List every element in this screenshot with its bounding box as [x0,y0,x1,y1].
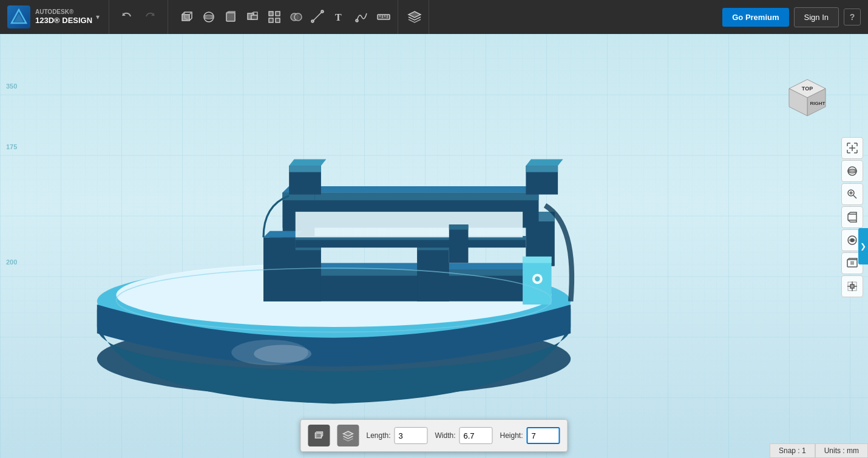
svg-rect-49 [523,257,551,263]
svg-rect-74 [848,214,856,220]
svg-text:RIGHT: RIGHT [810,101,826,106]
status-bar: Snap : 1 Units : mm [770,443,868,458]
svg-point-58 [254,345,311,363]
autodesk-logo-icon [7,5,30,29]
app-title: AUTODESK® 123D® DESIGN [35,8,92,26]
svg-rect-56 [449,224,469,229]
panel-collapse-handle[interactable]: ❯ [858,228,868,264]
svg-rect-10 [251,15,257,19]
orbit-button[interactable] [841,160,863,182]
main-toolbar: AUTODESK® 123D® DESIGN ▾ [0,0,868,34]
svg-rect-38 [289,166,321,172]
svg-rect-21 [378,15,390,19]
combine-tool-button[interactable] [286,7,307,27]
svg-point-20 [356,19,358,22]
3d-model [30,58,637,410]
logo-dropdown-icon[interactable]: ▾ [96,13,100,21]
axis-label-175: 175 [6,143,17,150]
modify-tool-button[interactable] [242,7,263,27]
svg-text:TOP: TOP [802,86,813,92]
object-icon-button[interactable] [308,425,330,446]
axis-label-350: 350 [6,83,17,90]
svg-rect-77 [847,260,857,267]
ruler-tool-button[interactable] [373,7,394,27]
units-status[interactable]: Units : mm [815,443,868,458]
length-input[interactable] [395,427,428,444]
dimension-panel: Length: Width: Height: [300,419,568,452]
svg-rect-81 [850,285,854,288]
svg-point-17 [311,20,314,22]
grid-snap-button[interactable] [841,275,863,297]
sign-in-button[interactable]: Sign In [794,7,839,27]
perspective-button[interactable] [841,206,863,228]
tool-groups: T [168,0,715,34]
right-actions-group: Go Premium Sign In ? [715,7,868,27]
svg-line-71 [853,195,856,198]
svg-rect-13 [269,18,273,22]
width-param: Width: [435,427,493,444]
fit-all-button[interactable] [841,137,863,159]
box-tool-button[interactable] [177,7,197,27]
primitive-tools-group: T [173,0,398,34]
transform-tool-button[interactable] [220,7,241,27]
layers-icon-button[interactable] [337,425,359,446]
layers-tool-button[interactable] [404,7,425,27]
zoom-button[interactable] [841,183,863,205]
undo-button[interactable] [117,8,136,25]
svg-point-18 [321,10,324,13]
svg-rect-12 [276,12,280,16]
redo-button[interactable] [141,8,160,25]
nav-cube[interactable]: TOP RIGHT [783,76,832,125]
text-tool-button[interactable]: T [330,7,350,27]
svg-rect-14 [276,18,280,22]
svg-rect-11 [269,12,273,16]
go-premium-button[interactable]: Go Premium [722,8,788,27]
svg-rect-8 [226,13,235,21]
pattern-tool-button[interactable] [264,7,285,27]
snap-status[interactable]: Snap : 1 [770,443,815,458]
height-input[interactable] [527,427,560,444]
svg-rect-54 [296,212,523,237]
svg-point-16 [294,13,302,21]
length-param: Length: [366,427,427,444]
width-label: Width: [435,431,456,440]
width-input[interactable] [459,427,493,444]
undo-redo-group [109,0,168,34]
view-controls-toolbar [841,137,863,297]
svg-rect-45 [263,237,296,272]
svg-point-51 [535,277,540,281]
measure-tool-button[interactable] [308,7,328,27]
layers-tools-group [401,0,429,34]
height-param: Height: [500,427,560,444]
3d-viewport[interactable]: 350 175 200 [0,34,868,458]
length-label: Length: [366,431,390,440]
svg-rect-55 [449,224,469,263]
svg-point-76 [851,239,854,242]
svg-text:T: T [335,12,342,22]
help-button[interactable]: ? [844,8,861,25]
logo-area[interactable]: AUTODESK® 123D® DESIGN ▾ [0,0,109,34]
sketch-tool-button[interactable] [198,7,219,27]
freeform-tool-button[interactable] [351,7,372,27]
svg-rect-40 [526,166,558,172]
axis-label-200: 200 [6,258,17,266]
height-label: Height: [500,431,523,440]
